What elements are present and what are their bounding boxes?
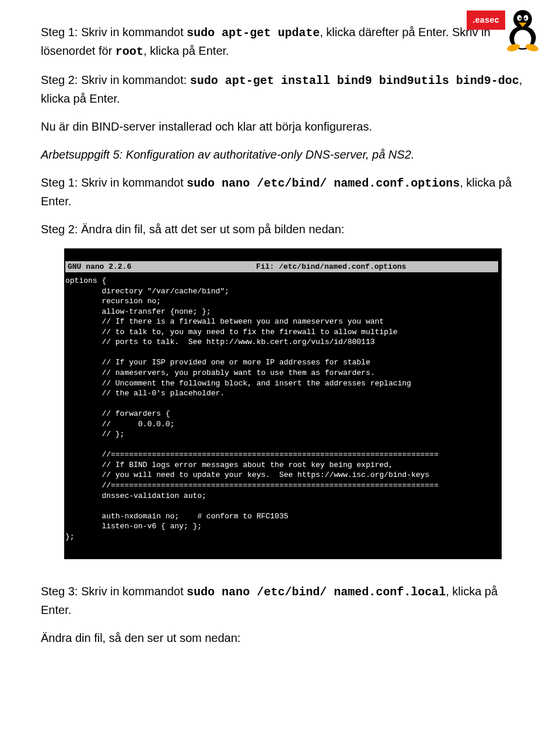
nano-app-name: GNU nano 2.2.6	[68, 262, 131, 272]
terminal-screenshot: GNU nano 2.2.6Fil: /etc/bind/named.conf.…	[64, 248, 502, 559]
brand-logo: .easec	[467, 10, 505, 30]
logo-area: .easec	[467, 6, 542, 52]
step2-paragraph: Steg 2: Skriv in kommandot: sudo apt-get…	[41, 71, 525, 107]
svg-point-6	[524, 17, 526, 19]
command-text: sudo nano /etc/bind/ named.conf.options	[187, 177, 460, 190]
task-heading: Arbetsuppgift 5: Konfiguration av author…	[41, 146, 525, 163]
tux-penguin-icon	[503, 6, 542, 52]
command-text: sudo apt-get install bind9 bind9utils bi…	[190, 74, 519, 87]
text: Steg 1: Skriv in kommandot	[41, 26, 187, 38]
nano-file-name: Fil: /etc/bind/named.conf.options	[131, 262, 496, 272]
svg-point-5	[519, 17, 521, 19]
text: Steg 1: Skriv in kommandot	[41, 176, 187, 189]
nano-header: GNU nano 2.2.6Fil: /etc/bind/named.conf.…	[65, 261, 498, 273]
text: Steg 2: Skriv in kommandot:	[41, 73, 190, 86]
step1-paragraph: Steg 1: Skriv in kommandot sudo apt-get …	[41, 23, 525, 61]
step3-paragraph: Steg 3: Skriv in kommandot sudo nano /et…	[41, 582, 525, 619]
text: Steg 3: Skriv in kommandot	[41, 585, 187, 598]
step1b-paragraph: Steg 1: Skriv in kommandot sudo nano /et…	[41, 174, 525, 210]
terminal-body: options { directory "/var/cache/bind"; r…	[65, 276, 439, 541]
command-text: sudo apt-get update	[187, 26, 320, 40]
command-text: sudo nano /etc/bind/ named.conf.local	[187, 585, 446, 599]
step2b-paragraph: Steg 2: Ändra din fil, så att det ser ut…	[41, 220, 525, 238]
final-paragraph: Ändra din fil, så den ser ut som nedan:	[41, 629, 525, 647]
command-text: root	[116, 45, 144, 58]
text: , klicka på Enter.	[144, 44, 229, 57]
info-paragraph: Nu är din BIND-server installerad och kl…	[41, 118, 525, 135]
